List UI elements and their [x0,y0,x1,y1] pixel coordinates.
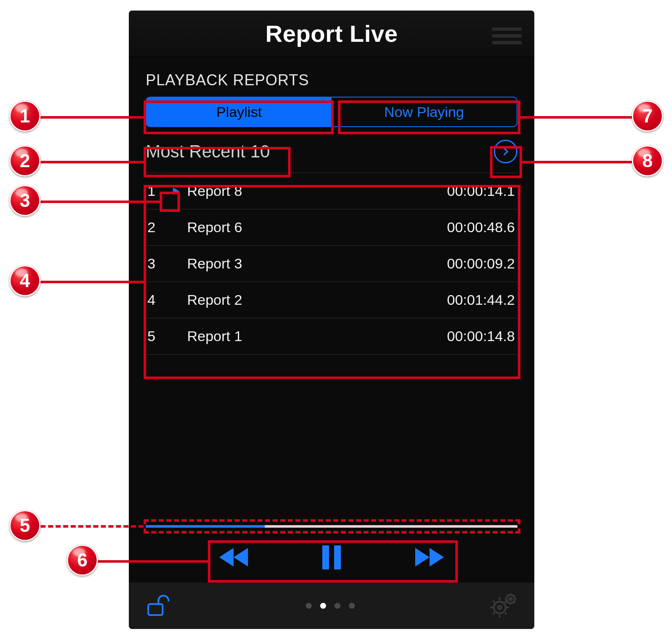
callout-7: 7 [632,100,663,132]
svg-point-6 [509,598,512,600]
page-dot[interactable] [335,603,340,609]
transport-controls [129,534,534,580]
row-index: 1 [146,183,167,199]
segmented-tabs: Playlist Now Playing [146,97,517,127]
playlist-row[interactable]: 3 Report 3 00:00:09.2 [146,246,517,282]
annot-leader-5 [41,525,144,528]
row-duration: 00:00:14.8 [447,328,517,344]
playlist-row[interactable]: 5 Report 1 00:00:14.8 [146,318,517,355]
title-bar: Report Live [129,11,534,57]
pause-button[interactable] [313,538,351,576]
annot-leader-7 [520,116,632,119]
annot-leader-1 [41,116,144,119]
rewind-button[interactable] [215,538,253,576]
progress-bar[interactable] [146,525,517,528]
playlist-row[interactable]: 2 Report 6 00:00:48.6 [146,209,517,246]
page-dots [306,603,355,609]
svg-point-4 [498,606,501,609]
row-duration: 00:00:48.6 [447,219,517,236]
svg-rect-0 [322,545,329,569]
svg-point-5 [506,595,515,603]
bottom-bar [129,583,534,629]
row-duration: 00:00:14.1 [447,183,517,199]
svg-point-3 [494,602,506,613]
annot-leader-4 [41,281,144,283]
annot-leader-8 [522,161,632,163]
progress-fill [146,525,265,528]
app-title: Report Live [265,20,398,47]
callout-3: 3 [9,185,41,216]
page-dot[interactable] [306,603,312,609]
row-index: 4 [146,292,167,308]
row-index: 5 [146,328,167,344]
row-duration: 00:00:09.2 [447,255,517,272]
annot-leader-6 [98,560,208,563]
page-dot[interactable] [320,603,326,609]
app-panel: Report Live PLAYBACK REPORTS Playlist No… [129,11,534,629]
hamburger-icon[interactable] [492,27,522,44]
annot-leader-3 [41,201,160,203]
callout-5: 5 [9,510,41,541]
tab-now-playing[interactable]: Now Playing [332,98,517,126]
callout-8: 8 [632,145,663,176]
gear-icon[interactable] [490,592,517,619]
callout-6: 6 [67,545,98,576]
row-name: Report 3 [185,255,447,272]
row-duration: 00:01:44.2 [447,292,517,308]
play-icon [167,186,185,197]
row-index: 2 [146,219,167,236]
lock-open-icon[interactable] [146,592,171,619]
row-name: Report 2 [185,292,447,308]
row-index: 3 [146,255,167,272]
callout-2: 2 [9,145,41,176]
page-dot[interactable] [349,603,355,609]
svg-rect-2 [148,604,163,615]
playlist-row[interactable]: 1 Report 8 00:00:14.1 [146,173,517,209]
tab-playlist[interactable]: Playlist [147,98,332,126]
playlist-list: 1 Report 8 00:00:14.1 2 Report 6 00:00:4… [146,173,517,355]
callout-4: 4 [9,265,41,296]
section-label: PLAYBACK REPORTS [129,57,534,97]
fast-forward-button[interactable] [410,538,448,576]
playlist-row[interactable]: 4 Report 2 00:01:44.2 [146,282,517,318]
filter-row: Most Recent 10 [146,139,517,164]
chevron-right-circle-icon[interactable] [494,140,517,163]
row-name: Report 1 [185,328,447,344]
callout-1: 1 [9,100,41,132]
svg-rect-1 [334,545,341,569]
filter-title: Most Recent 10 [146,141,270,162]
row-name: Report 6 [185,219,447,236]
row-name: Report 8 [185,183,447,199]
annot-leader-2 [41,161,144,163]
